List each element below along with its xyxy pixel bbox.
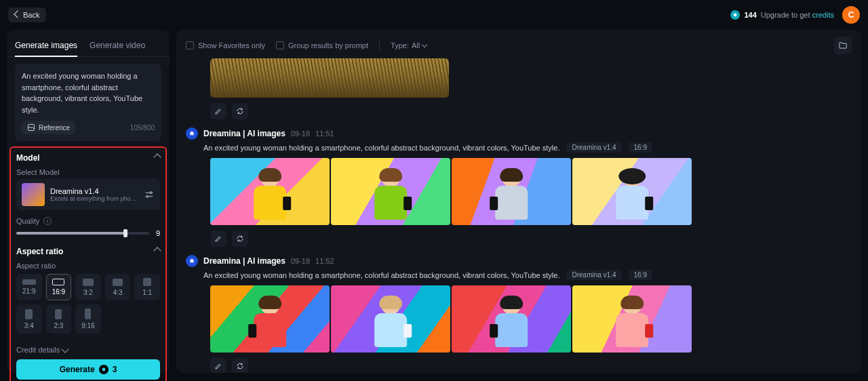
avatar[interactable]: C [842, 6, 860, 24]
result-thumbnail[interactable] [210, 285, 330, 353]
generation-prompt: An excited young woman holding a smartph… [203, 144, 559, 152]
credits-chip[interactable]: 144 Upgrade to get credits [730, 10, 834, 20]
svg-point-0 [734, 14, 737, 17]
prompt-input-area[interactable]: An excited young woman holding a smartph… [15, 64, 161, 141]
model-selector[interactable]: Dreamina v1.4 Excels at everything from … [16, 179, 160, 210]
chevron-down-icon [422, 41, 427, 47]
folder-icon [838, 41, 848, 50]
quality-label: Quality [16, 217, 39, 225]
sidebar: Generate images Generate video An excite… [7, 30, 170, 373]
generation-prompt: An excited young woman holding a smartph… [203, 271, 559, 279]
sliders-icon[interactable] [144, 189, 155, 200]
edit-button[interactable] [210, 230, 226, 247]
svg-point-2 [150, 192, 152, 194]
result-thumbnail[interactable] [210, 158, 330, 225]
coin-icon [99, 365, 108, 374]
aspect-label: Aspect ratio [16, 262, 160, 270]
aspect-1-1[interactable]: 1:1 [134, 274, 160, 300]
chevron-up-icon[interactable] [153, 247, 161, 254]
results-panel: Show Favorites only Group results by pro… [176, 30, 861, 373]
regenerate-button[interactable] [232, 230, 248, 247]
char-count: 105/800 [130, 124, 155, 132]
edit-button[interactable] [210, 358, 226, 373]
folder-button[interactable] [834, 37, 852, 54]
aspect-4-3[interactable]: 4:3 [105, 274, 131, 300]
tab-generate-video[interactable]: Generate video [90, 37, 145, 56]
model-thumbnail [22, 183, 45, 206]
source-avatar [186, 255, 198, 267]
aspect-3-4[interactable]: 3:4 [16, 304, 42, 334]
aspect-section-title: Aspect ratio [16, 247, 63, 256]
select-model-label: Select Model [16, 168, 160, 176]
result-thumbnail[interactable] [452, 285, 571, 353]
credit-count: 144 [744, 11, 756, 19]
aspect-3-2[interactable]: 3:2 [75, 274, 101, 300]
pencil-icon [214, 107, 222, 115]
reference-button[interactable]: Reference [22, 121, 75, 134]
refresh-icon [236, 235, 244, 243]
aspect-2-3[interactable]: 2:3 [46, 304, 72, 334]
model-desc: Excels at everything from photoreali… [50, 195, 138, 202]
generation-date: 09-18 [291, 257, 310, 265]
prompt-text: An excited young woman holding a smartph… [22, 71, 155, 115]
quality-slider[interactable] [16, 232, 149, 235]
edit-button[interactable] [210, 103, 226, 119]
info-icon[interactable]: i [43, 217, 52, 225]
result-thumbnail[interactable] [452, 158, 571, 225]
generation-time: 11:52 [315, 257, 334, 265]
checkbox-icon [276, 41, 284, 49]
result-thumbnail[interactable] [331, 158, 450, 225]
svg-point-3 [146, 195, 149, 197]
reference-icon [27, 123, 35, 132]
ratio-pill: 16:9 [629, 142, 652, 153]
model-pill: Dreamina v1.4 [566, 270, 621, 280]
pencil-icon [214, 362, 222, 370]
result-thumbnail[interactable] [572, 285, 692, 353]
model-pill: Dreamina v1.4 [566, 142, 621, 153]
svg-point-4 [102, 368, 105, 372]
regenerate-button[interactable] [232, 103, 248, 119]
quality-value: 9 [156, 229, 160, 237]
credit-details-toggle[interactable]: Credit details [16, 346, 160, 354]
pencil-icon [214, 235, 222, 243]
result-thumbnail[interactable] [331, 285, 450, 353]
generate-button[interactable]: Generate 3 [16, 359, 160, 380]
source-avatar [186, 127, 198, 140]
aspect-16-9[interactable]: 16:9 [46, 274, 72, 300]
filter-group[interactable]: Group results by prompt [276, 41, 368, 49]
aspect-21-9[interactable]: 21:9 [16, 274, 42, 300]
model-section-title: Model [16, 153, 40, 163]
generation-time: 11:51 [315, 129, 334, 138]
filter-type[interactable]: Type: All [391, 41, 427, 49]
back-label: Back [23, 11, 39, 19]
ratio-pill: 16:9 [629, 270, 652, 280]
refresh-icon [236, 107, 244, 115]
coin-icon [730, 10, 740, 20]
generation-date: 09-18 [291, 129, 310, 138]
model-aspect-highlight-box: Model Select Model Dreamina v1.4 Excels … [9, 146, 167, 381]
aspect-9-16[interactable]: 9:16 [75, 304, 101, 334]
model-name: Dreamina v1.4 [50, 187, 138, 195]
tab-generate-images[interactable]: Generate images [15, 37, 77, 57]
chevron-up-icon[interactable] [153, 153, 161, 161]
chevron-left-icon [14, 10, 21, 18]
generation-source: Dreamina | AI images [203, 129, 285, 138]
generation-source: Dreamina | AI images [203, 256, 285, 266]
checkbox-icon [186, 41, 194, 49]
back-button[interactable]: Back [8, 7, 46, 22]
result-image-cropped[interactable] [210, 58, 449, 98]
regenerate-button[interactable] [232, 358, 248, 373]
upgrade-text: Upgrade to get credits [761, 11, 834, 19]
result-thumbnail[interactable] [572, 158, 692, 225]
filter-favorites[interactable]: Show Favorites only [186, 41, 265, 49]
refresh-icon [236, 362, 244, 370]
